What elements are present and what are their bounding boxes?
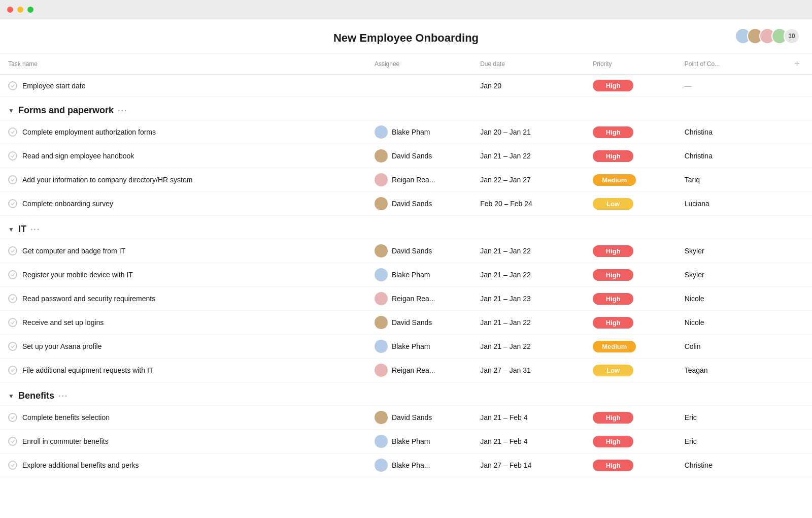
poc-cell: Tariq — [676, 168, 782, 192]
task-name-text[interactable]: Complete employment authorization forms — [22, 128, 156, 136]
assignee-avatar — [375, 292, 388, 305]
task-check-circle[interactable] — [8, 151, 17, 160]
section-header-benefits: ▼ Benefits ··· — [0, 382, 812, 406]
section-menu-icon[interactable]: ··· — [118, 106, 127, 115]
poc-name: Christine — [685, 461, 713, 469]
task-check-circle[interactable] — [8, 342, 17, 351]
action-cell — [782, 263, 812, 287]
task-name-text[interactable]: Employee start date — [22, 82, 86, 90]
assignee-cell: Reigan Rea... — [375, 292, 464, 305]
poc-cell: Luciana — [676, 192, 782, 216]
task-name-text[interactable]: Enroll in commuter benefits — [22, 437, 109, 445]
priority-cell: Low — [585, 192, 676, 216]
poc-cell: Christine — [676, 454, 782, 477]
poc-cell: Nicole — [676, 311, 782, 335]
assignee-cell: Blake Pha... — [375, 459, 464, 472]
priority-badge: Low — [593, 198, 633, 210]
priority-badge: High — [593, 293, 633, 305]
poc-dash: — — [685, 82, 692, 90]
task-check-circle[interactable] — [8, 199, 17, 208]
assignee-td: Blake Pham — [366, 120, 472, 144]
priority-badge: High — [593, 269, 633, 281]
table-row: Complete benefits selection David Sands … — [0, 406, 812, 430]
section-header-forms: ▼ Forms and paperwork ··· — [0, 97, 812, 120]
action-cell — [782, 239, 812, 263]
close-button[interactable] — [7, 7, 13, 13]
poc-name: Eric — [685, 437, 697, 445]
task-check-circle[interactable] — [8, 318, 17, 327]
section-title-cell: ▼ Benefits ··· — [0, 382, 812, 406]
priority-cell: High — [585, 430, 676, 454]
task-name-text[interactable]: Explore additional benefits and perks — [22, 461, 139, 469]
task-check-circle[interactable] — [8, 81, 17, 90]
priority-cell: High — [585, 263, 676, 287]
table-row: Enroll in commuter benefits Blake Pham J… — [0, 430, 812, 454]
section-collapse-icon[interactable]: ▼ — [8, 107, 14, 114]
due-date-cell: Jan 21 – Jan 22 — [472, 144, 585, 168]
priority-cell: Medium — [585, 335, 676, 359]
section-menu-icon[interactable]: ··· — [30, 225, 40, 234]
task-name-text[interactable]: Receive and set up logins — [22, 318, 104, 327]
task-check-circle[interactable] — [8, 437, 17, 446]
assignee-avatar — [375, 244, 388, 257]
col-header-due: Due date — [472, 53, 585, 75]
task-cell: Add your information to company director… — [8, 175, 358, 184]
assignee-td: Blake Pham — [366, 263, 472, 287]
assignee-cell: David Sands — [375, 244, 464, 257]
task-check-circle[interactable] — [8, 461, 17, 470]
task-name-cell: Receive and set up logins — [0, 311, 366, 335]
table-row: Explore additional benefits and perks Bl… — [0, 454, 812, 477]
task-name-text[interactable]: Get computer and badge from IT — [22, 247, 125, 255]
assignee-td: Blake Pham — [366, 430, 472, 454]
action-cell — [782, 75, 812, 97]
task-check-circle[interactable] — [8, 175, 17, 184]
action-cell — [782, 168, 812, 192]
section-collapse-icon[interactable]: ▼ — [8, 226, 14, 233]
col-header-add: + — [782, 53, 812, 75]
minimize-button[interactable] — [17, 7, 23, 13]
task-name-text[interactable]: Set up your Asana profile — [22, 342, 101, 350]
task-name-text[interactable]: File additional equipment requests with … — [22, 366, 153, 374]
task-cell: Complete employment authorization forms — [8, 127, 358, 137]
task-check-circle[interactable] — [8, 127, 17, 137]
task-name-text[interactable]: Read password and security requirements — [22, 295, 155, 303]
avatar-count: 10 — [784, 28, 800, 44]
poc-name: Tariq — [685, 176, 700, 184]
priority-cell: High — [585, 406, 676, 430]
assignee-cell: Blake Pham — [375, 435, 464, 448]
task-check-circle[interactable] — [8, 366, 17, 375]
task-name-cell: Complete employment authorization forms — [0, 120, 366, 144]
task-name-text[interactable]: Complete benefits selection — [22, 413, 110, 422]
action-cell — [782, 406, 812, 430]
task-cell: Register your mobile device with IT — [8, 270, 358, 279]
assignee-name: David Sands — [392, 247, 432, 255]
task-name-text[interactable]: Complete onboarding survey — [22, 200, 113, 208]
table-header-row: Task name Assignee Due date Priority Poi… — [0, 53, 812, 75]
section-menu-icon[interactable]: ··· — [58, 392, 68, 401]
task-check-circle[interactable] — [8, 294, 17, 303]
task-check-circle[interactable] — [8, 246, 17, 255]
task-check-circle[interactable] — [8, 270, 17, 279]
task-name-text[interactable]: Add your information to company director… — [22, 176, 192, 184]
due-date-cell: Jan 27 – Jan 31 — [472, 359, 585, 382]
task-cell: Complete benefits selection — [8, 413, 358, 422]
poc-name: Christina — [685, 152, 713, 160]
col-header-assignee: Assignee — [366, 53, 472, 75]
priority-badge: High — [593, 80, 633, 91]
assignee-name: Reigan Rea... — [392, 176, 435, 184]
task-name-text[interactable]: Read and sign employee handbook — [22, 152, 134, 160]
table-row: Employee start date Jan 20 High — — [0, 75, 812, 97]
page-title: New Employee Onboarding — [333, 31, 479, 45]
section-collapse-icon[interactable]: ▼ — [8, 393, 14, 400]
task-cell: Receive and set up logins — [8, 318, 358, 327]
priority-cell: High — [585, 144, 676, 168]
due-date-cell: Jan 21 – Jan 22 — [472, 239, 585, 263]
assignee-cell: Blake Pham — [375, 268, 464, 281]
task-check-circle[interactable] — [8, 413, 17, 422]
fullscreen-button[interactable] — [27, 7, 33, 13]
add-column-button[interactable]: + — [794, 58, 800, 69]
assignee-cell: David Sands — [375, 316, 464, 329]
task-name-text[interactable]: Register your mobile device with IT — [22, 271, 133, 279]
table-row: Set up your Asana profile Blake Pham Jan… — [0, 335, 812, 359]
assignee-td: Reigan Rea... — [366, 359, 472, 382]
